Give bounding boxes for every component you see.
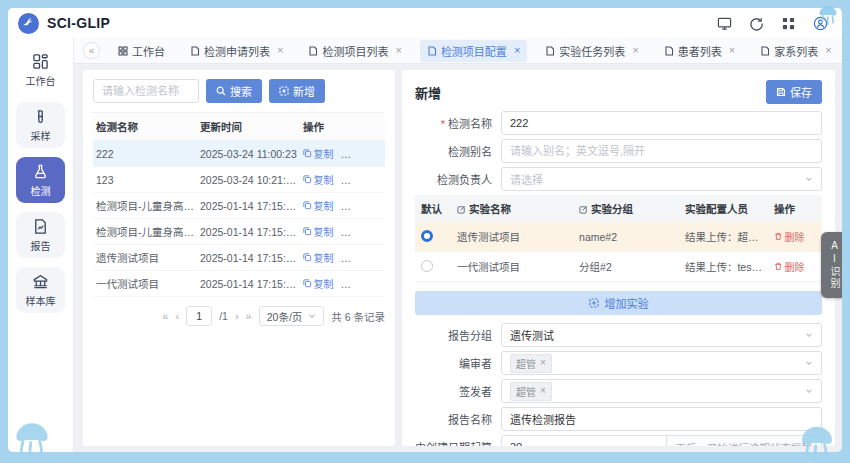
delete-experiment-link[interactable]: 删除	[774, 259, 805, 274]
cell-test-name: 123	[93, 167, 197, 193]
copy-link[interactable]: 复制	[303, 198, 334, 213]
cell-config-staff: 结果上传：test,样本寄送：test,黄浩;	[679, 252, 768, 282]
refresh-icon[interactable]	[749, 16, 764, 31]
edit-icon	[340, 227, 349, 236]
page-size-select[interactable]: 20条/页	[259, 306, 325, 326]
collapse-tabs-button[interactable]: «	[83, 42, 100, 59]
sidebar-item-workbench[interactable]: 工作台	[16, 47, 65, 93]
monitor-icon[interactable]	[717, 16, 732, 31]
table-row[interactable]: 检测项目-儿童身高发育检查2 2025-01-14 17:15:15 复制 编辑…	[93, 193, 385, 219]
copy-link[interactable]: 复制	[303, 276, 334, 291]
copy-link[interactable]: 复制	[303, 146, 334, 161]
default-radio-checked[interactable]	[421, 230, 433, 242]
edit-link[interactable]: 编辑	[340, 146, 371, 161]
tab-test-projects[interactable]: 检测项目列表 ×	[301, 40, 408, 62]
edit-link[interactable]: 编辑	[340, 250, 371, 265]
remove-tag-icon[interactable]: ×	[540, 386, 546, 396]
edit-link[interactable]: 编辑	[340, 224, 371, 239]
experiment-header-row: 默认 实验名称 实验分组 实验配置人员 操作	[415, 195, 822, 222]
search-button-label: 搜索	[230, 83, 252, 99]
avatar-icon[interactable]	[813, 16, 828, 31]
report-name-label: 报告名称	[415, 411, 501, 427]
table-row[interactable]: 222 2025-03-24 11:00:23 复制 编辑 删除	[93, 141, 385, 167]
table-row[interactable]: 123 2025-03-24 10:21:37 复制 编辑 删除	[93, 167, 385, 193]
table-row[interactable]: 检测项目-儿童身高发育检查 2025-01-14 17:15:20 复制 编辑 …	[93, 219, 385, 245]
copy-link[interactable]: 复制	[303, 224, 334, 239]
cell-update-time: 2025-01-14 17:15:20	[197, 219, 300, 245]
copy-link[interactable]: 复制	[303, 250, 334, 265]
field-issuer: 签发者 超管 ×	[415, 379, 822, 403]
test-owner-select[interactable]: 请选择	[501, 167, 822, 191]
copy-icon	[303, 279, 312, 288]
remove-tag-icon[interactable]: ×	[540, 358, 546, 368]
apps-grid-icon[interactable]	[781, 16, 796, 31]
sidebar-item-testing[interactable]: 检测	[16, 157, 65, 203]
edit-link[interactable]: 编辑	[340, 276, 371, 291]
pagination: « ‹ 1 /1 › » 20条/页 共 6 条记录	[93, 306, 385, 326]
prev-page-button[interactable]: ‹	[175, 310, 179, 322]
experiment-row[interactable]: 遗传测试项目 name#2 结果上传：超管,黄浩,样本寄送：黄浩; 删除	[415, 222, 822, 252]
tab-close-icon[interactable]: ×	[277, 45, 283, 56]
overdue-days-input[interactable]	[501, 435, 667, 446]
edit-icon	[340, 279, 349, 288]
experiment-row[interactable]: 一代测试项目 分组#2 结果上传：test,样本寄送：test,黄浩; 删除	[415, 252, 822, 282]
issuer-multiselect[interactable]: 超管 ×	[501, 379, 822, 403]
search-input[interactable]	[93, 79, 199, 103]
reviewer-tag: 超管 ×	[510, 354, 552, 373]
copy-link[interactable]: 复制	[303, 172, 334, 187]
tab-close-icon[interactable]: ×	[395, 45, 401, 56]
delete-link[interactable]: 删除	[378, 276, 385, 291]
sidebar-item-report[interactable]: 报告	[16, 212, 65, 258]
report-name-input[interactable]	[501, 407, 822, 431]
tab-close-icon[interactable]: ×	[825, 45, 831, 56]
sidebar-item-sample-bank[interactable]: 样本库	[16, 267, 65, 313]
field-test-alias: 检测别名	[415, 139, 822, 163]
last-page-button[interactable]: »	[246, 310, 252, 322]
trash-icon	[774, 232, 783, 241]
delete-link[interactable]: 删除	[378, 172, 385, 187]
save-button[interactable]: 保存	[766, 80, 822, 104]
delete-link[interactable]: 删除	[378, 224, 385, 239]
report-group-select[interactable]: 遗传测试	[501, 323, 822, 347]
add-test-button[interactable]: 新增	[269, 79, 325, 103]
next-page-button[interactable]: ›	[235, 310, 239, 322]
table-row[interactable]: 一代测试项目 2025-01-14 17:15:26 复制 编辑 删除	[93, 271, 385, 297]
ai-recognition-tab[interactable]: AI识别	[821, 232, 842, 298]
tab-close-icon[interactable]: ×	[632, 45, 638, 56]
delete-experiment-link[interactable]: 删除	[774, 229, 805, 244]
workbench-grid-icon	[32, 53, 49, 70]
app-window: SCI-GLIP 工作台	[8, 8, 842, 452]
tab-patients[interactable]: 患者列表 ×	[657, 40, 742, 62]
add-experiment-button[interactable]: 增加实验	[415, 291, 822, 315]
header-experiment-name: 实验名称	[451, 195, 573, 222]
delete-link[interactable]: 删除	[378, 198, 385, 213]
default-radio[interactable]	[421, 260, 433, 272]
delete-link[interactable]: 删除	[378, 146, 385, 161]
tab-label: 实验任务列表	[559, 43, 625, 59]
tab-experiment-tasks[interactable]: 实验任务列表 ×	[538, 40, 645, 62]
tab-close-icon[interactable]: ×	[514, 45, 520, 56]
sidebar-item-sampling[interactable]: 采样	[16, 102, 65, 148]
add-experiment-label: 增加实验	[605, 295, 649, 311]
search-button[interactable]: 搜索	[206, 79, 262, 103]
field-report-group: 报告分组 遗传测试	[415, 323, 822, 347]
delete-link[interactable]: 删除	[378, 250, 385, 265]
search-icon	[216, 86, 226, 96]
edit-link[interactable]: 编辑	[340, 172, 371, 187]
current-page-input[interactable]: 1	[186, 306, 212, 326]
edit-link[interactable]: 编辑	[340, 198, 371, 213]
test-alias-input[interactable]	[501, 139, 822, 163]
cell-update-time: 2025-01-14 17:15:21	[197, 245, 300, 271]
first-page-button[interactable]: «	[162, 310, 168, 322]
app-logo	[18, 13, 39, 34]
tab-test-project-config[interactable]: 检测项目配置 ×	[420, 40, 527, 62]
table-row[interactable]: 遗传测试项目 2025-01-14 17:15:21 复制 编辑 删除	[93, 245, 385, 271]
tab-workbench[interactable]: 工作台	[111, 40, 172, 62]
test-name-input[interactable]	[501, 111, 822, 135]
reviewer-multiselect[interactable]: 超管 ×	[501, 351, 822, 375]
tab-close-icon[interactable]: ×	[729, 45, 735, 56]
tab-test-requests[interactable]: 检测申请列表 ×	[183, 40, 290, 62]
cell-experiment-group: 分组#2	[573, 252, 679, 282]
save-button-label: 保存	[790, 84, 812, 100]
tab-pedigrees[interactable]: 家系列表 ×	[753, 40, 838, 62]
